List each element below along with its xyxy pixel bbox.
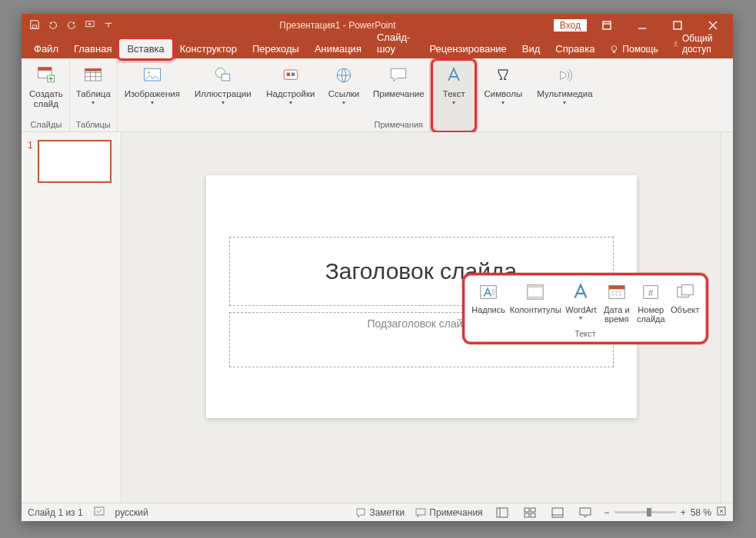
slidenumber-label: Номер слайда [637, 305, 665, 324]
thumbnail-preview [38, 140, 112, 183]
links-button[interactable]: Ссылки ▾ [325, 61, 363, 108]
media-button[interactable]: Мультимедиа ▾ [534, 61, 595, 108]
share-label: Общий доступ [682, 33, 726, 55]
tab-animations[interactable]: Анимация [307, 39, 369, 58]
addins-icon [278, 63, 303, 88]
svg-rect-14 [221, 74, 230, 81]
headerfooter-button[interactable]: Колонтитулы [508, 279, 562, 316]
tab-file[interactable]: Файл [26, 39, 66, 58]
text-dropdown-panel: Надпись Колонтитулы WordArt ▾ Дата и вре… [465, 275, 706, 342]
tab-review[interactable]: Рецензирование [421, 39, 514, 58]
svg-rect-10 [85, 68, 102, 71]
symbols-button[interactable]: Символы ▾ [478, 61, 528, 108]
thumbnail-1[interactable]: 1 [28, 140, 115, 183]
svg-rect-7 [38, 68, 52, 71]
notes-icon [355, 507, 366, 518]
table-button[interactable]: Таблица ▾ [73, 61, 114, 108]
zoom-in-button[interactable]: + [681, 507, 686, 518]
svg-rect-31 [497, 508, 508, 517]
undo-icon[interactable] [48, 19, 58, 32]
save-icon[interactable] [29, 19, 40, 32]
datetime-button[interactable]: Дата и время [600, 279, 634, 326]
new-slide-button[interactable]: Создать слайд [26, 61, 66, 111]
share-button[interactable]: Общий доступ [665, 29, 733, 58]
reading-view-button[interactable] [549, 506, 566, 520]
svg-rect-17 [291, 73, 295, 76]
tab-insert[interactable]: Вставка [119, 39, 172, 58]
symbols-label: Символы [484, 89, 522, 99]
tab-design[interactable]: Конструктор [172, 39, 245, 58]
svg-rect-21 [528, 285, 543, 288]
slidenumber-icon: # [639, 281, 662, 304]
tab-view[interactable]: Вид [515, 39, 548, 58]
tell-me-button[interactable]: Помощь [602, 40, 664, 58]
tab-transitions[interactable]: Переходы [245, 39, 307, 58]
window-title: Презентация1 - PowerPoint [122, 20, 554, 31]
illustrations-button[interactable]: Иллюстрации ▾ [190, 61, 256, 108]
sign-in-button[interactable]: Вход [554, 19, 587, 32]
slidenumber-button[interactable]: # Номер слайда [634, 279, 668, 326]
qat-customize-icon[interactable] [103, 19, 114, 32]
object-label: Объект [671, 305, 699, 314]
normal-view-button[interactable] [494, 506, 511, 520]
new-comment-button[interactable]: Примечание [368, 61, 428, 101]
svg-point-5 [674, 42, 677, 44]
new-slide-icon [34, 63, 58, 88]
table-icon [81, 63, 105, 88]
tab-slideshow[interactable]: Слайд-шоу [369, 28, 422, 58]
object-button[interactable]: Объект [668, 279, 702, 316]
text-icon [441, 63, 466, 88]
svg-rect-11 [144, 68, 160, 81]
svg-rect-35 [531, 513, 535, 517]
svg-rect-28 [681, 285, 693, 295]
quick-access-toolbar [22, 19, 122, 32]
tab-home[interactable]: Главная [66, 39, 119, 58]
links-icon [331, 63, 356, 88]
svg-rect-30 [416, 509, 425, 515]
wordart-label: WordArt [565, 305, 596, 314]
svg-rect-32 [525, 508, 529, 512]
lightbulb-icon [609, 45, 619, 55]
fit-to-window-button[interactable] [716, 506, 727, 519]
wordart-button[interactable]: WordArt ▾ [562, 279, 599, 323]
group-tables: Таблица ▾ Таблицы [70, 60, 118, 131]
zoom-out-button[interactable]: − [604, 507, 610, 518]
wordart-icon [569, 281, 592, 304]
popup-group-label: Текст [468, 326, 702, 340]
redo-icon[interactable] [66, 19, 77, 32]
ribbon: Создать слайд Слайды Таблица ▾ Таблицы И… [22, 58, 733, 132]
illustrations-label: Иллюстрации [195, 89, 251, 99]
vertical-scrollbar[interactable] [721, 132, 733, 503]
svg-rect-36 [552, 508, 563, 517]
shapes-icon [211, 63, 235, 88]
svg-rect-16 [287, 73, 290, 76]
svg-rect-24 [609, 286, 624, 290]
svg-rect-33 [531, 508, 535, 512]
minimize-button[interactable] [627, 14, 658, 37]
spellcheck-icon[interactable] [94, 506, 105, 519]
tab-help[interactable]: Справка [548, 39, 602, 58]
thumbnail-index: 1 [28, 140, 33, 183]
svg-rect-0 [32, 25, 36, 28]
zoom-slider[interactable] [614, 511, 676, 513]
images-button[interactable]: Изображения ▾ [121, 61, 184, 108]
sorter-view-button[interactable] [521, 506, 538, 520]
slideshow-view-button[interactable] [577, 506, 594, 520]
headerfooter-icon [524, 281, 547, 304]
textbox-button[interactable]: Надпись [468, 279, 508, 316]
ribbon-tabs: Файл Главная Вставка Конструктор Переход… [22, 37, 733, 58]
language-label[interactable]: русский [115, 507, 148, 518]
textbox-label: Надпись [471, 305, 505, 314]
comments-button[interactable]: Примечания [415, 507, 482, 518]
text-button[interactable]: Текст ▾ [435, 61, 472, 108]
zoom-value[interactable]: 58 % [691, 507, 711, 518]
slide-thumbnails-pane: 1 [22, 132, 122, 503]
symbols-icon [491, 63, 515, 88]
notes-button[interactable]: Заметки [355, 507, 405, 518]
slide-position: Слайд 1 из 1 [28, 507, 83, 518]
object-icon [674, 281, 697, 304]
start-from-beginning-icon[interactable] [85, 19, 95, 32]
ribbon-display-options-icon[interactable] [591, 14, 622, 37]
group-slides: Создать слайд Слайды [23, 60, 70, 131]
addins-button[interactable]: Надстройки ▾ [262, 61, 319, 108]
